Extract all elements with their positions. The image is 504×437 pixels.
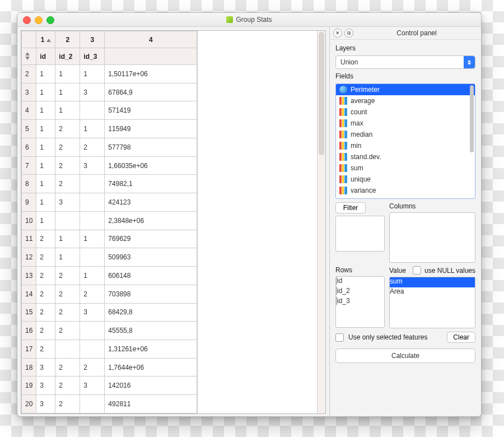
cell-value[interactable]: 67864,9	[105, 83, 197, 101]
rows-box[interactable]: idid_2id_3	[335, 276, 385, 328]
col-num-1[interactable]: 1	[36, 31, 55, 48]
panel-detach-icon[interactable]: ⧉	[344, 29, 353, 38]
cell-value[interactable]: 1,31261e+06	[105, 340, 197, 359]
cell-id[interactable]: 2	[36, 340, 55, 359]
cell-value[interactable]: 2,3848e+06	[105, 211, 197, 230]
use-null-checkbox[interactable]	[413, 266, 421, 275]
cell-id2[interactable]: 2	[55, 322, 80, 340]
cell-value[interactable]: 577798	[105, 138, 197, 156]
value-box[interactable]: sumArea	[389, 277, 475, 328]
cell-id[interactable]: 1	[36, 120, 55, 138]
rows-item[interactable]: id_2	[336, 287, 384, 297]
fields-scrollbar[interactable]	[469, 85, 474, 198]
cell-id3[interactable]: 1	[80, 65, 105, 83]
table-row[interactable]: 71231,66035e+06	[22, 156, 197, 175]
cell-id3[interactable]	[80, 211, 105, 230]
cell-value[interactable]: 45555,8	[105, 322, 197, 340]
field-item[interactable]: Perimeter	[336, 84, 475, 95]
cell-id2[interactable]: 1	[55, 83, 80, 101]
cell-id2[interactable]: 2	[55, 285, 80, 303]
cell-id3[interactable]	[80, 340, 105, 359]
field-item[interactable]: variance	[336, 185, 475, 196]
cell-id[interactable]: 2	[36, 303, 55, 322]
field-item[interactable]: count	[336, 106, 475, 118]
value-item[interactable]: sum	[390, 277, 475, 287]
table-row[interactable]: 913424123	[22, 193, 197, 212]
col-num-3[interactable]: 3	[80, 31, 105, 48]
cell-id3[interactable]	[80, 395, 105, 413]
cell-id[interactable]: 3	[36, 358, 55, 376]
table-row[interactable]: 14222703898	[22, 285, 197, 303]
field-item[interactable]: unique	[336, 174, 475, 185]
cell-value[interactable]: 1,50117e+06	[105, 65, 197, 83]
col-header-id3[interactable]: id_3	[80, 48, 105, 65]
cell-value[interactable]: 509963	[105, 248, 197, 267]
fields-listbox[interactable]: Perimeteraveragecountmaxmedianminstand.d…	[335, 83, 475, 199]
table-row[interactable]: 183221,7644e+06	[22, 358, 197, 376]
cell-id[interactable]: 2	[36, 285, 55, 303]
table-scrollbar[interactable]	[317, 31, 325, 413]
cell-id[interactable]: 3	[36, 376, 55, 395]
calculate-button[interactable]: Calculate	[335, 348, 475, 363]
rows-item[interactable]: id	[336, 277, 384, 287]
cell-id2[interactable]: 2	[55, 358, 80, 376]
cell-id2[interactable]: 2	[55, 267, 80, 285]
table-row[interactable]: 13221606148	[22, 267, 197, 285]
cell-id3[interactable]	[80, 101, 105, 120]
cell-value[interactable]: 769629	[105, 230, 197, 248]
cell-value[interactable]: 68429,8	[105, 303, 197, 322]
zoom-icon[interactable]	[46, 16, 54, 24]
scrollbar-thumb[interactable]	[319, 32, 324, 155]
cell-id2[interactable]: 2	[55, 138, 80, 156]
cell-id3[interactable]: 3	[80, 83, 105, 101]
cell-id2[interactable]: 3	[55, 193, 80, 212]
cell-id2[interactable]: 2	[55, 376, 80, 395]
panel-close-icon[interactable]: ✕	[333, 29, 342, 38]
cell-id[interactable]: 2	[36, 248, 55, 267]
table-row[interactable]: 162245555,8	[22, 322, 197, 340]
cell-id[interactable]: 2	[36, 267, 55, 285]
columns-box[interactable]	[389, 212, 475, 263]
cell-value[interactable]: 492811	[105, 395, 197, 413]
field-item[interactable]: max	[336, 118, 475, 129]
cell-id[interactable]: 3	[36, 395, 55, 413]
cell-value[interactable]: 115949	[105, 120, 197, 138]
cell-value[interactable]: 142016	[105, 376, 197, 395]
cell-id3[interactable]: 2	[80, 138, 105, 156]
field-item[interactable]: average	[336, 95, 475, 106]
cell-id3[interactable]	[80, 193, 105, 212]
cell-value[interactable]: 424123	[105, 193, 197, 212]
cell-id3[interactable]: 1	[80, 120, 105, 138]
cell-id2[interactable]: 1	[55, 101, 80, 120]
cell-id2[interactable]: 2	[55, 395, 80, 413]
table-row[interactable]: 5121115949	[22, 120, 197, 138]
cell-value[interactable]: 1,66035e+06	[105, 156, 197, 175]
cell-id[interactable]: 2	[36, 230, 55, 248]
value-item[interactable]: Area	[390, 287, 475, 297]
cell-id2[interactable]: 2	[55, 120, 80, 138]
cell-id2[interactable]: 1	[55, 230, 80, 248]
cell-id3[interactable]	[80, 322, 105, 340]
cell-id2[interactable]: 1	[55, 65, 80, 83]
field-item[interactable]: stand.dev.	[336, 151, 475, 162]
cell-id[interactable]: 2	[36, 322, 55, 340]
cell-id3[interactable]	[80, 248, 105, 267]
col-num-4[interactable]: 4	[105, 31, 197, 48]
table-row[interactable]: 1522368429,8	[22, 303, 197, 322]
cell-value[interactable]: 74982,1	[105, 175, 197, 193]
clear-button[interactable]: Clear	[447, 332, 475, 343]
field-item[interactable]: median	[336, 129, 475, 140]
cell-value[interactable]: 1,7644e+06	[105, 358, 197, 376]
titlebar[interactable]: Group Stats	[17, 13, 481, 27]
cell-id[interactable]: 1	[36, 101, 55, 120]
filter-button[interactable]: Filter	[335, 202, 366, 213]
cell-value[interactable]: 703898	[105, 285, 197, 303]
cell-id[interactable]: 1	[36, 83, 55, 101]
col-header-value[interactable]	[105, 48, 197, 65]
table-row[interactable]: 2032492811	[22, 395, 197, 413]
cell-id3[interactable]	[80, 175, 105, 193]
cell-id[interactable]: 1	[36, 193, 55, 212]
cell-value[interactable]: 606148	[105, 267, 197, 285]
row-sort-cell[interactable]	[22, 48, 36, 65]
col-num-2[interactable]: 2	[55, 31, 80, 48]
